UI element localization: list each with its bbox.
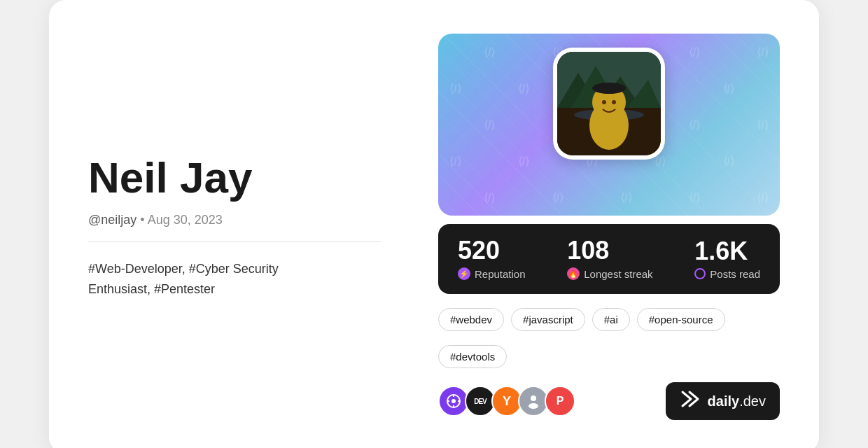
avatar-wrapper: [553, 48, 665, 160]
reputation-icon: ⚡: [458, 267, 470, 280]
tag-devtools[interactable]: #devtools: [438, 345, 507, 368]
stat-posts: 1.6K Posts read: [694, 239, 760, 280]
svg-point-10: [592, 83, 626, 94]
brand-text: daily.dev: [708, 393, 766, 410]
tag-webdev[interactable]: #webdev: [438, 308, 504, 331]
user-bio: #Web-Developer, #Cyber SecurityEnthusias…: [88, 259, 382, 300]
svg-point-12: [612, 100, 616, 104]
join-date: Aug 30, 2023: [148, 213, 223, 227]
avatar-inner: [557, 52, 661, 155]
source-icons: DEV Y P: [438, 386, 571, 416]
brand-badge: daily.dev: [666, 382, 780, 420]
stat-streak: 108 🔥 Longest streak: [567, 238, 652, 280]
user-handle: @neiljay: [88, 213, 136, 227]
stats-bar: 520 ⚡ Reputation 108 🔥 Longest streak 1.…: [438, 224, 780, 294]
user-name: Neil Jay: [88, 154, 382, 202]
streak-icon: 🔥: [567, 267, 580, 280]
brand-logo: [680, 389, 702, 413]
tag-open-source[interactable]: #open-source: [637, 308, 725, 331]
tags-row: #webdev #javascript #ai #open-source: [438, 308, 780, 331]
reputation-label: ⚡ Reputation: [458, 267, 526, 280]
svg-point-14: [451, 399, 456, 403]
source-producthunt[interactable]: P: [545, 386, 575, 416]
streak-value: 108: [567, 238, 652, 263]
tags-row-2: #devtools: [438, 345, 780, 368]
profile-banner: ⟨/⟩⟨/⟩⟨/⟩⟨/⟩⟨/⟩ ⟨/⟩⟨/⟩⟨/⟩⟨/⟩⟨/⟩ ⟨/⟩⟨/⟩⟨/…: [438, 34, 780, 216]
svg-point-19: [531, 396, 536, 401]
tag-javascript[interactable]: #javascript: [511, 308, 585, 331]
posts-icon: [694, 268, 706, 279]
tag-ai[interactable]: #ai: [592, 308, 630, 331]
svg-point-11: [602, 100, 606, 104]
svg-point-20: [528, 403, 538, 409]
stat-reputation: 520 ⚡ Reputation: [458, 238, 526, 280]
posts-value: 1.6K: [694, 239, 760, 264]
profile-card: Neil Jay @neiljay • Aug 30, 2023 #Web-De…: [49, 0, 819, 448]
posts-label: Posts read: [694, 268, 760, 280]
right-section: ⟨/⟩⟨/⟩⟨/⟩⟨/⟩⟨/⟩ ⟨/⟩⟨/⟩⟨/⟩⟨/⟩⟨/⟩ ⟨/⟩⟨/⟩⟨/…: [438, 34, 780, 420]
divider: [88, 241, 382, 242]
bottom-row: DEV Y P daily.dev: [438, 382, 780, 420]
reputation-value: 520: [458, 238, 526, 263]
left-section: Neil Jay @neiljay • Aug 30, 2023 #Web-De…: [88, 154, 382, 300]
separator: •: [140, 213, 147, 227]
user-meta: @neiljay • Aug 30, 2023: [88, 213, 382, 227]
streak-label: 🔥 Longest streak: [567, 267, 652, 280]
